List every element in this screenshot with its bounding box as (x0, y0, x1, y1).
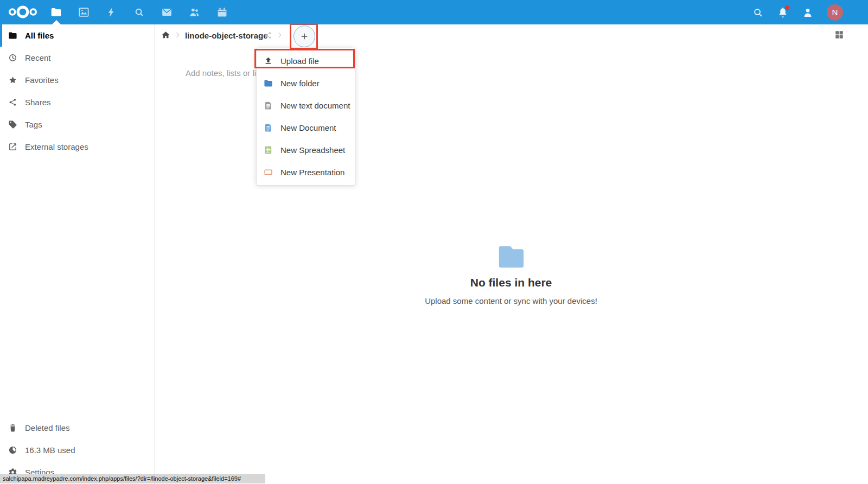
notifications-button[interactable] (777, 7, 789, 18)
photos-icon (78, 7, 90, 18)
magnifier-icon (133, 7, 145, 18)
sidebar-item-label: Deleted files (25, 423, 70, 432)
sidebar-item-label: 16.3 MB used (25, 445, 75, 455)
upload-icon (264, 56, 273, 66)
chevron-right-icon (276, 31, 284, 39)
empty-state-title: No files in here (294, 276, 728, 289)
text-file-icon (264, 101, 273, 110)
home-icon[interactable] (161, 30, 170, 40)
folder-icon (50, 7, 62, 18)
app-icon-activity[interactable] (98, 0, 125, 24)
status-url: salchipapa.madreypadre.com/index.php/app… (0, 474, 265, 483)
breadcrumb-folder[interactable]: linode-object-storage (185, 31, 268, 40)
menu-item-label: New Spreadsheet (280, 145, 345, 155)
avatar[interactable]: N (827, 4, 843, 21)
sidebar-item-quota[interactable]: 16.3 MB used (0, 439, 154, 461)
app-icon-calendar[interactable] (208, 0, 236, 24)
tag-icon (8, 120, 17, 129)
menu-item-upload-file[interactable]: Upload file (257, 50, 355, 72)
sidebar-item-shares[interactable]: Shares (0, 91, 154, 113)
app-icon-mail[interactable] (153, 0, 181, 24)
workspace-placeholder[interactable]: Add notes, lists or lin (186, 68, 260, 78)
app-icon-files[interactable] (42, 0, 70, 24)
sidebar-item-label: Favorites (25, 75, 59, 85)
external-link-icon (8, 142, 17, 151)
nextcloud-logo-icon[interactable] (8, 4, 38, 20)
sidebar-item-label: External storages (25, 142, 88, 151)
sidebar-footer: Deleted files16.3 MB usedSettings (0, 417, 154, 483)
sidebar-item-label: Tags (25, 120, 42, 129)
plus-icon (299, 31, 309, 41)
text-file-icon (264, 123, 273, 132)
sidebar-item-recent[interactable]: Recent (0, 47, 154, 69)
menu-item-label: New folder (280, 79, 320, 88)
sidebar-item-favorites[interactable]: Favorites (0, 69, 154, 91)
search-button[interactable] (752, 7, 764, 18)
quota-icon (8, 445, 17, 455)
share-icon[interactable] (264, 31, 272, 40)
menu-item-label: New text document (280, 101, 350, 110)
grid-view-icon[interactable] (834, 30, 844, 40)
menu-item-label: New Presentation (280, 168, 344, 177)
person-icon (802, 7, 814, 18)
sidebar-item-external-storages[interactable]: External storages (0, 136, 154, 158)
notification-badge (785, 5, 789, 10)
people-icon (189, 7, 200, 18)
menu-item-new-presentation[interactable]: New Presentation (257, 161, 355, 183)
new-menu: Upload fileNew folderNew text documentNe… (256, 48, 355, 186)
sidebar-item-tags[interactable]: Tags (0, 113, 154, 136)
sidebar-item-label: Recent (25, 53, 51, 62)
sidebar-item-label: Shares (25, 98, 51, 107)
sidebar-item-all-files[interactable]: All files (0, 24, 154, 47)
contacts-menu-button[interactable] (802, 7, 814, 18)
big-folder-icon (497, 243, 526, 269)
app-icon-search-app[interactable] (125, 0, 153, 24)
menu-item-new-text-document[interactable]: New text document (257, 94, 355, 117)
header-actions: N (752, 0, 843, 24)
lightning-icon (106, 7, 117, 18)
clock-icon (8, 53, 17, 62)
app-navigation (42, 0, 236, 24)
sidebar-item-deleted-files[interactable]: Deleted files (0, 417, 154, 439)
star-icon (8, 75, 17, 85)
presentation-icon (264, 168, 273, 177)
menu-item-label: New Document (280, 123, 336, 132)
folder-icon (264, 79, 273, 88)
sidebar-item-label: All files (25, 31, 54, 40)
active-app-notch (52, 20, 61, 24)
app-icon-photos[interactable] (70, 0, 98, 24)
menu-item-new-document[interactable]: New Document (257, 117, 355, 139)
share-icon (8, 98, 17, 107)
spreadsheet-icon (264, 145, 273, 155)
envelope-icon (161, 7, 173, 18)
menu-item-label: Upload file (280, 56, 319, 66)
menu-item-new-spreadsheet[interactable]: New Spreadsheet (257, 139, 355, 161)
chevron-right-icon (174, 31, 182, 39)
folder-icon (8, 31, 17, 40)
menu-item-new-folder[interactable]: New folder (257, 72, 355, 94)
new-button[interactable] (293, 26, 315, 47)
sidebar-nav: All filesRecentFavoritesSharesTagsExtern… (0, 24, 154, 158)
empty-state-subtitle: Upload some content or sync with your de… (294, 296, 728, 305)
app-icon-contacts[interactable] (181, 0, 208, 24)
search-icon (752, 7, 764, 18)
top-bar: N (0, 0, 868, 24)
trash-icon (8, 423, 17, 432)
calendar-icon (216, 7, 228, 18)
sidebar: All filesRecentFavoritesSharesTagsExtern… (0, 24, 155, 484)
